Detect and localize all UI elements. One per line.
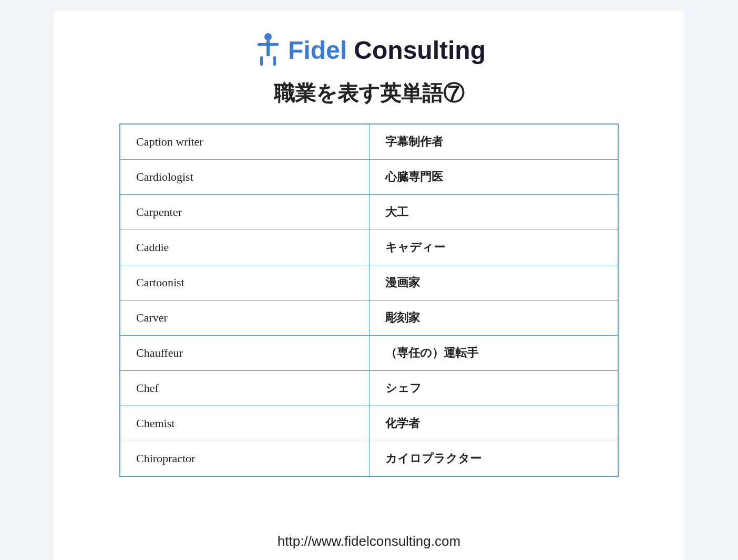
logo-text: Fidel Consulting <box>288 36 486 65</box>
logo-area: Fidel Consulting <box>252 32 486 68</box>
english-term: Chef <box>120 371 369 406</box>
japanese-translation: 字幕制作者 <box>369 124 618 160</box>
japanese-translation: （専任の）運転手 <box>369 336 618 371</box>
english-term: Chemist <box>120 406 369 441</box>
english-term: Caddie <box>120 230 369 265</box>
japanese-translation: 大工 <box>369 195 618 230</box>
page-container: Fidel Consulting 職業を表す英単語⑦ Caption write… <box>54 11 684 560</box>
table-row: Cartoonist漫画家 <box>120 265 618 300</box>
svg-rect-4 <box>260 56 263 66</box>
japanese-translation: シェフ <box>369 371 618 406</box>
page-title: 職業を表す英単語⑦ <box>274 79 464 108</box>
table-row: Chemist化学者 <box>120 406 618 441</box>
english-term: Carver <box>120 300 369 336</box>
japanese-translation: 化学者 <box>369 406 618 441</box>
japanese-translation: カイロプラクター <box>369 441 618 477</box>
japanese-translation: キャディー <box>369 230 618 265</box>
table-row: Caddieキャディー <box>120 230 618 265</box>
svg-point-0 <box>264 33 272 40</box>
svg-rect-1 <box>266 40 270 56</box>
table-row: Chauffeur（専任の）運転手 <box>120 336 618 371</box>
japanese-translation: 彫刻家 <box>369 300 618 336</box>
japanese-translation: 漫画家 <box>369 265 618 300</box>
english-term: Cartoonist <box>120 265 369 300</box>
footer-url: http://www.fidelconsulting.com <box>278 523 460 549</box>
svg-rect-2 <box>258 43 268 46</box>
english-term: Caption writer <box>120 124 369 160</box>
table-row: Carpenter大工 <box>120 195 618 230</box>
table-row: Chiropractorカイロプラクター <box>120 441 618 477</box>
logo-fidel: Fidel <box>288 36 347 64</box>
logo-consulting: Consulting <box>347 36 486 64</box>
table-row: Caption writer字幕制作者 <box>120 124 618 160</box>
japanese-translation: 心臓専門医 <box>369 160 618 195</box>
english-term: Carpenter <box>120 195 369 230</box>
svg-rect-5 <box>273 56 276 66</box>
table-row: Chefシェフ <box>120 371 618 406</box>
english-term: Chiropractor <box>120 441 369 477</box>
table-row: Cardiologist心臓専門医 <box>120 160 618 195</box>
vocab-table: Caption writer字幕制作者Cardiologist心臓専門医Carp… <box>119 123 619 477</box>
english-term: Cardiologist <box>120 160 369 195</box>
table-row: Carver彫刻家 <box>120 300 618 336</box>
fidel-logo-icon <box>252 32 284 68</box>
svg-rect-3 <box>268 43 279 46</box>
english-term: Chauffeur <box>120 336 369 371</box>
